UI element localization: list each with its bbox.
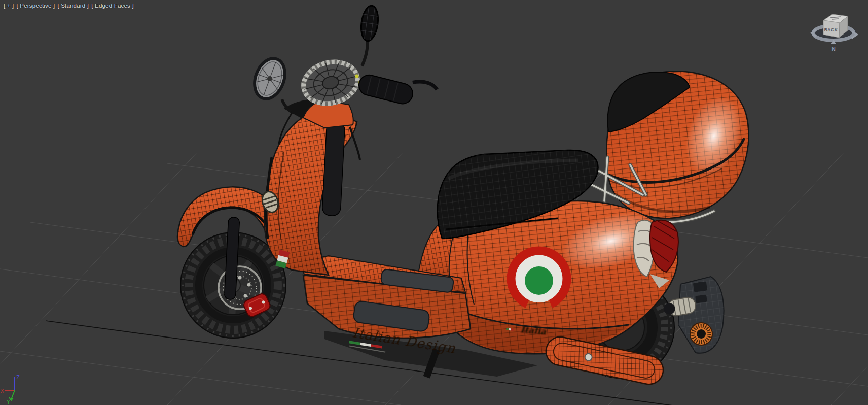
viewport-menu-standard[interactable]: [ Standard ] — [57, 3, 89, 9]
scene-canvas[interactable]: Italia — [0, 0, 868, 405]
viewcube-face-label: BACK — [824, 27, 838, 32]
axis-y-label: Y — [7, 399, 10, 404]
right-grip — [357, 66, 438, 111]
viewport-label: [ + ] [ Perspective ] [ Standard ] [ Edg… — [4, 3, 134, 9]
roundel-decal — [511, 251, 567, 304]
top-box[interactable] — [606, 71, 751, 218]
axis-z-label: Z — [16, 374, 20, 381]
svg-text:N: N — [831, 47, 835, 52]
viewport-3d[interactable]: [ + ] [ Perspective ] [ Standard ] [ Edg… — [0, 0, 868, 405]
right-mirror — [359, 5, 380, 42]
axis-y-line — [9, 390, 15, 400]
viewport-menu-edged-faces[interactable]: [ Edged Faces ] — [91, 3, 134, 9]
viewport-menu-perspective[interactable]: [ Perspective ] — [17, 3, 55, 9]
indicator-light — [355, 75, 359, 78]
left-mirror — [249, 54, 291, 103]
world-axis-tripod: X Z Y — [0, 372, 35, 404]
scooter-model[interactable]: Italia — [177, 5, 751, 387]
viewcube[interactable]: BACK N — [801, 1, 867, 54]
viewport-menu-general[interactable]: [ + ] — [4, 3, 14, 9]
exhaust-tip[interactable] — [690, 323, 712, 345]
axis-x-label: X — [1, 388, 4, 394]
